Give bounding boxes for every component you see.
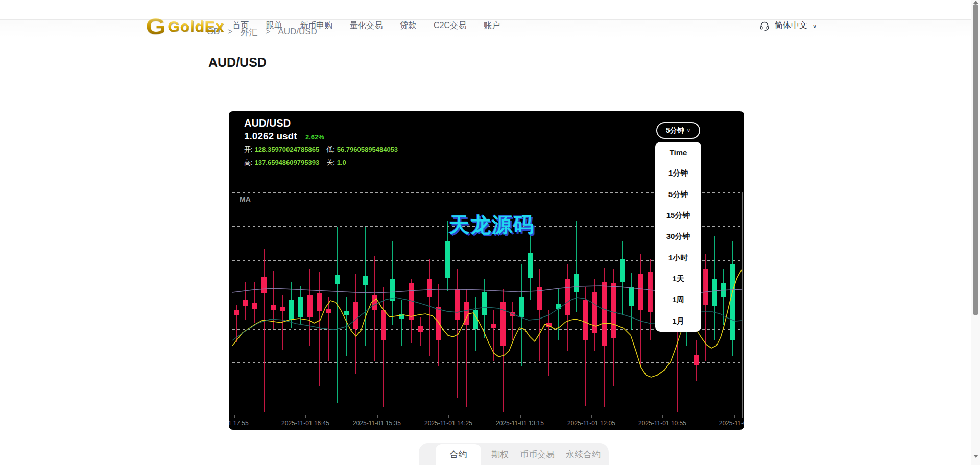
candle — [317, 293, 322, 311]
candle — [344, 311, 349, 315]
watermark: 天龙源码 — [449, 211, 535, 239]
candle — [445, 241, 450, 278]
candle — [528, 253, 533, 278]
candle — [271, 305, 276, 310]
nav-item[interactable]: C2C交易 — [434, 20, 466, 31]
candle — [280, 307, 285, 311]
candle — [565, 279, 570, 315]
interval-option[interactable]: 1月 — [655, 311, 701, 332]
interval-dropdown-button[interactable]: 5分钟 ∨ — [656, 122, 700, 139]
candle — [381, 310, 386, 340]
logo-text: GoldEx — [168, 18, 224, 35]
interval-selected-label: 5分钟 — [666, 126, 684, 135]
x-axis-label: 1-01 17:55 — [229, 420, 249, 427]
candle — [326, 309, 331, 313]
candle — [611, 283, 616, 338]
close-value: 1.0 — [337, 159, 346, 166]
interval-option[interactable]: 30分钟 — [655, 226, 701, 247]
candle — [390, 279, 395, 301]
interval-option[interactable]: 1天 — [655, 268, 701, 289]
breadcrumb-separator: > — [228, 27, 233, 38]
candle — [298, 297, 303, 317]
scroll-down-arrow-icon[interactable] — [973, 455, 978, 458]
logo-g-icon: G — [146, 15, 165, 38]
candle — [436, 307, 441, 340]
candle — [427, 279, 432, 297]
candle — [500, 302, 506, 346]
x-axis-label: 2025-11-01 12:05 — [567, 420, 615, 427]
tab-item[interactable]: 币币交易 — [519, 444, 556, 465]
tab-active[interactable]: 合约 — [436, 444, 481, 465]
candle — [648, 272, 653, 312]
interval-option[interactable]: Time — [655, 142, 701, 163]
interval-option[interactable]: 5分钟 — [655, 184, 701, 205]
x-axis-label: 2025-11-01 14:25 — [424, 420, 472, 427]
candle — [482, 292, 487, 315]
interval-option[interactable]: 1分钟 — [655, 163, 701, 184]
candle — [261, 277, 267, 293]
logo[interactable]: G GoldEx — [147, 15, 224, 38]
x-axis-labels: 1-01 17:552025-11-01 16:452025-11-01 15:… — [232, 420, 742, 429]
candle — [307, 295, 313, 317]
interval-option[interactable]: 1小时 — [655, 248, 701, 268]
chart-price: 1.0262 usdt — [244, 131, 297, 142]
nav-item[interactable]: 首页 — [232, 20, 249, 31]
high-label: 高: — [244, 159, 253, 166]
market-type-tabs: 合约期权币币交易永续合约 — [419, 443, 609, 465]
nav-item[interactable]: 贷款 — [400, 20, 416, 31]
nav-item[interactable]: 账户 — [484, 20, 500, 31]
tab-item[interactable]: 永续合约 — [565, 444, 602, 465]
low-label: 低: — [326, 145, 335, 153]
page-scrollbar[interactable] — [971, 0, 980, 465]
candle — [335, 275, 340, 284]
candle — [629, 287, 634, 306]
candle — [620, 259, 625, 282]
candle — [289, 300, 294, 320]
interval-option[interactable]: 15分钟 — [655, 205, 701, 226]
language-selector[interactable]: 简体中文 — [775, 20, 807, 31]
interval-option[interactable]: 1周 — [655, 289, 701, 310]
high-value: 137.65948609795393 — [255, 159, 320, 166]
x-axis-label: 2025-11-01 — [719, 420, 744, 427]
candle — [252, 303, 257, 309]
candle — [694, 355, 699, 365]
candle — [234, 310, 239, 315]
ohlc-row-2: 高:137.65948609795393 关:1.0 — [244, 158, 346, 167]
close-label: 关: — [326, 159, 335, 166]
low-value: 56.79605895484053 — [337, 145, 398, 153]
x-axis-label: 2025-11-01 10:55 — [638, 420, 686, 427]
candle — [638, 274, 643, 310]
scrollbar-thumb[interactable] — [973, 4, 978, 315]
candle — [363, 276, 368, 285]
nav-item[interactable]: 量化交易 — [350, 20, 383, 31]
chart-panel: AUD/USD 1.0262 usdt 2.62% 开:128.35970024… — [229, 111, 744, 430]
candle — [592, 292, 597, 333]
main-nav: 首页跟单新币申购量化交易贷款C2C交易账户 — [232, 20, 500, 31]
page-title: AUD/USD — [208, 55, 267, 70]
ohlc-row-1: 开:128.35970024785865 低:56.79605895484053 — [244, 145, 398, 154]
candle — [703, 269, 708, 305]
ma-indicator-label: MA — [240, 195, 251, 203]
nav-item[interactable]: 跟单 — [266, 20, 282, 31]
tab-item[interactable]: 期权 — [490, 444, 510, 465]
candle — [455, 289, 460, 320]
chart-change-percent: 2.62% — [305, 133, 324, 141]
candle — [491, 324, 496, 328]
chevron-down-icon[interactable]: ∨ — [812, 23, 817, 30]
candle — [574, 274, 579, 292]
candle — [730, 264, 735, 340]
candle — [353, 302, 358, 329]
scroll-up-arrow-icon[interactable] — [973, 1, 978, 4]
candle — [519, 297, 524, 317]
chevron-down-icon: ∨ — [687, 128, 690, 133]
candle — [583, 300, 588, 340]
x-axis-label: 2025-11-01 16:45 — [281, 420, 329, 427]
candle — [602, 282, 607, 346]
x-axis-label: 2025-11-01 13:15 — [496, 420, 544, 427]
open-label: 开: — [244, 145, 253, 153]
nav-item[interactable]: 新币申购 — [300, 20, 332, 31]
headset-icon[interactable] — [759, 21, 770, 31]
candle — [712, 279, 717, 306]
candle — [418, 326, 423, 332]
interval-dropdown-menu: Time1分钟5分钟15分钟30分钟1小时1天1周1月 — [655, 142, 701, 332]
